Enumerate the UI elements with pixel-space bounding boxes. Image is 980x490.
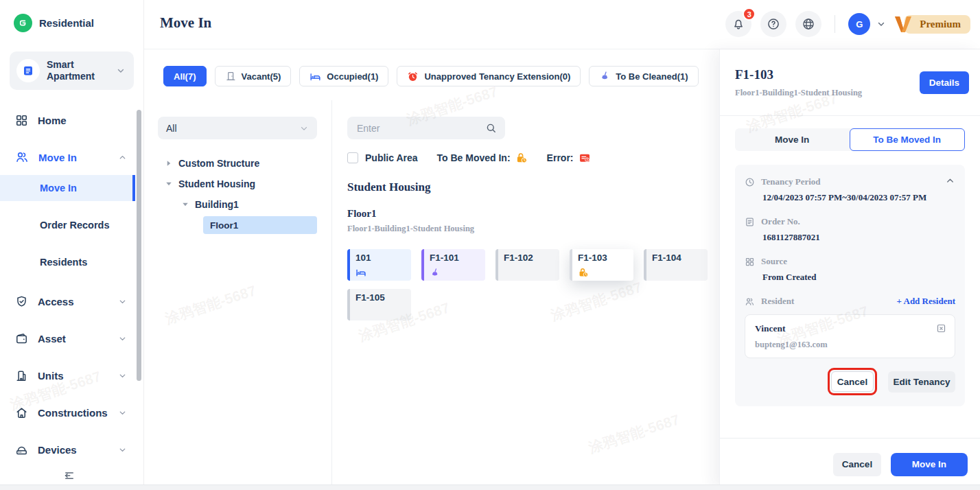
- sidebar-subitem-residents[interactable]: Residents: [0, 249, 143, 275]
- avatar[interactable]: G: [848, 13, 870, 35]
- floor-title: Floor1: [347, 208, 711, 220]
- sidebar-item-constructions[interactable]: Constructions: [0, 403, 143, 422]
- footer-move-in-button[interactable]: Move In: [891, 453, 968, 476]
- filter-vacant[interactable]: Vacant(5): [215, 66, 292, 86]
- search-icon[interactable]: [485, 122, 497, 134]
- room-grid: 101 F1-101 F1-102 F1-103 F1-104: [347, 249, 735, 320]
- workspace-selector[interactable]: Smart Apartment: [10, 51, 134, 90]
- horizontal-scrollbar[interactable]: [0, 485, 980, 490]
- select-value: All: [166, 123, 177, 134]
- room-legend-row: Public Area To Be Moved In: Error:: [347, 152, 711, 164]
- broom-icon: [430, 268, 440, 278]
- language-button[interactable]: [795, 11, 821, 37]
- sidebar-nav: Home Move In Move In Order Records Resid…: [0, 110, 143, 459]
- door-icon: [225, 71, 236, 82]
- sidebar-item-asset[interactable]: Asset: [0, 329, 143, 348]
- sidebar-scrollbar[interactable]: [137, 110, 141, 381]
- notifications-button[interactable]: 3: [725, 11, 751, 37]
- tenancy-period-label-row: Tenancy Period: [745, 176, 955, 188]
- details-button[interactable]: Details: [920, 71, 969, 94]
- source-label-row: Source: [745, 255, 955, 268]
- legend-to-be-moved-in: To Be Moved In:: [437, 152, 528, 164]
- room-search-input[interactable]: [347, 117, 505, 139]
- room-tile-f1-103-selected[interactable]: F1-103: [570, 249, 633, 281]
- room-tile-101[interactable]: 101: [347, 249, 411, 281]
- sidebar-item-access[interactable]: Access: [0, 292, 143, 311]
- tree-node-student-housing[interactable]: Student Housing: [158, 174, 317, 194]
- router-icon: [15, 443, 28, 456]
- room-name: 101: [355, 253, 371, 263]
- clock-icon: [745, 177, 755, 187]
- premium-badge[interactable]: Premium: [905, 15, 970, 34]
- collapse-chevron-up-icon[interactable]: [945, 176, 955, 186]
- room-tile-f1-102[interactable]: F1-102: [495, 249, 559, 281]
- tree-node-building1[interactable]: Building1: [158, 194, 317, 215]
- filter-unapproved-extension[interactable]: Unapproved Tenancy Extension(0): [397, 66, 581, 86]
- sidebar-item-move-in[interactable]: Move In: [0, 148, 143, 167]
- order-no-value: 1681127887021: [762, 232, 955, 243]
- add-resident-link[interactable]: + Add Resident: [897, 296, 955, 307]
- filter-all[interactable]: All(7): [163, 66, 207, 86]
- remove-resident-icon[interactable]: [936, 323, 946, 334]
- group-title: Student Housing: [347, 180, 711, 194]
- main-content: All(7) Vacant(5) Occupied(1) Unapproved …: [144, 49, 719, 490]
- sidebar-item-label: Access: [38, 296, 74, 307]
- edit-tenancy-button[interactable]: Edit Tenancy: [888, 371, 955, 393]
- chevron-up-icon: [118, 153, 127, 162]
- sidebar-item-label: Devices: [38, 444, 77, 456]
- drawer-tabs: Move In To Be Moved In: [735, 128, 965, 151]
- sidebar-item-units[interactable]: Units: [0, 366, 143, 385]
- room-tile-f1-101[interactable]: F1-101: [421, 249, 485, 281]
- sidebar-subitem-move-in[interactable]: Move In: [0, 175, 135, 201]
- error-card-icon: [579, 152, 591, 164]
- tab-move-in[interactable]: Move In: [735, 128, 850, 151]
- notification-badge: 3: [743, 8, 756, 21]
- drawer-divider: [720, 115, 980, 116]
- room-tile-f1-104[interactable]: F1-104: [644, 249, 708, 281]
- room-name: F1-105: [355, 292, 385, 303]
- premium-label: Premium: [905, 15, 970, 34]
- cancel-tenancy-button[interactable]: Cancel: [831, 371, 874, 392]
- collapse-sidebar-icon[interactable]: [63, 469, 75, 482]
- filter-label: All(7): [174, 71, 196, 82]
- source-value: From Created: [762, 272, 955, 283]
- caret-right-icon: [165, 159, 173, 167]
- help-button[interactable]: [760, 11, 786, 37]
- filter-occupied[interactable]: Occupied(1): [299, 66, 388, 86]
- sidebar-item-label: Units: [38, 370, 64, 382]
- sidebar-item-label: Asset: [38, 333, 66, 345]
- resident-name: Vincent: [755, 323, 945, 334]
- sidebar-subitem-order-records[interactable]: Order Records: [0, 212, 143, 238]
- people-icon: [15, 150, 29, 164]
- filter-to-be-cleaned[interactable]: To Be Cleaned(1): [589, 66, 698, 86]
- filter-label: Unapproved Tenancy Extension(0): [424, 71, 570, 82]
- account-chevron-icon[interactable]: [876, 19, 886, 29]
- sidebar-item-devices[interactable]: Devices: [0, 440, 143, 459]
- public-area-checkbox[interactable]: [347, 152, 358, 163]
- tree-node-custom-structure[interactable]: Custom Structure: [158, 153, 317, 174]
- document-icon: [745, 217, 755, 227]
- tree-node-floor1-selected[interactable]: Floor1: [203, 216, 317, 234]
- room-detail-drawer: F1-103 Floor1-Building1-Student Housing …: [719, 49, 980, 490]
- broom-icon: [599, 71, 610, 82]
- footer-cancel-button[interactable]: Cancel: [833, 453, 881, 476]
- room-tile-f1-105[interactable]: F1-105: [347, 289, 411, 320]
- page-title: Move In: [160, 14, 211, 32]
- chevron-down-icon: [116, 66, 126, 75]
- resident-card: Vincent bupteng1@163.com: [745, 314, 955, 358]
- bell-icon: [732, 17, 745, 31]
- order-no-label-row: Order No.: [745, 215, 955, 228]
- subitem-label: Residents: [40, 257, 87, 268]
- sidebar-item-home[interactable]: Home: [0, 110, 143, 130]
- bed-icon: [310, 71, 321, 82]
- tree-node-label: Building1: [195, 199, 239, 210]
- tab-to-be-moved-in[interactable]: To Be Moved In: [850, 128, 966, 151]
- caret-down-icon: [181, 200, 189, 209]
- bed-icon: [355, 267, 366, 278]
- tenancy-period-label: Tenancy Period: [761, 176, 821, 187]
- resident-label: Resident: [761, 296, 794, 307]
- sidebar-item-label: Home: [38, 115, 67, 126]
- header-divider: [835, 15, 835, 33]
- structure-filter-select[interactable]: All: [158, 117, 317, 139]
- residential-logo-icon: [14, 14, 32, 32]
